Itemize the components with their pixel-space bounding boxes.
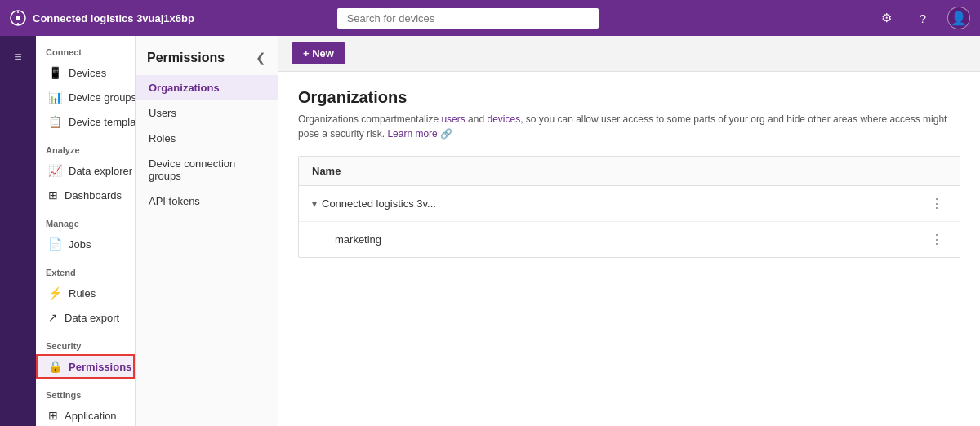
device-groups-icon: 📊 bbox=[48, 91, 62, 104]
table-row: marketing⋮ bbox=[299, 222, 960, 257]
sidebar-item-label-dashboards: Dashboards bbox=[65, 189, 122, 202]
org-name-text-marketing: marketing bbox=[335, 233, 381, 246]
search-input[interactable] bbox=[337, 8, 599, 29]
sidebar-item-label-device-templates: Device templates bbox=[69, 116, 135, 128]
jobs-icon: 📄 bbox=[48, 237, 62, 251]
application-icon: ⊞ bbox=[48, 409, 58, 422]
sidebar-item-label-rules: Rules bbox=[69, 287, 96, 300]
sidebar-item-label-device-groups: Device groups bbox=[69, 91, 135, 104]
table-header: Name bbox=[299, 157, 960, 186]
topbar-icons: ⚙ ? 👤 bbox=[875, 7, 970, 29]
sidebar-item-device-groups[interactable]: 📊Device groups bbox=[36, 85, 135, 109]
users-link[interactable]: users bbox=[441, 113, 465, 125]
chevron-down-icon[interactable]: ▾ bbox=[312, 198, 317, 210]
content-panel: + New Organizations Organizations compar… bbox=[278, 36, 980, 426]
new-button[interactable]: + New bbox=[292, 42, 345, 64]
devices-icon: 📱 bbox=[48, 66, 62, 79]
sidebar-section-manage: Manage bbox=[36, 207, 135, 232]
data-export-icon: ↗ bbox=[48, 311, 58, 324]
page-description: Organizations compartmentalize users and… bbox=[298, 112, 960, 141]
sidebar-narrow: ≡ bbox=[0, 36, 36, 426]
avatar-icon[interactable]: 👤 bbox=[947, 7, 970, 29]
org-name-cell-marketing: marketing bbox=[312, 233, 922, 246]
sidebar-item-label-permissions: Permissions bbox=[69, 361, 131, 373]
sub-sidebar-item-device-connection-groups[interactable]: Device connection groups bbox=[136, 151, 278, 189]
sidebar-item-data-export[interactable]: ↗Data export bbox=[36, 305, 135, 330]
sidebar-item-label-application: Application bbox=[65, 410, 117, 422]
content-toolbar: + New bbox=[278, 36, 980, 72]
sidebar-item-jobs[interactable]: 📄Jobs bbox=[36, 232, 135, 256]
sidebar-item-application[interactable]: ⊞Application bbox=[36, 403, 135, 426]
org-name-text-root: Connected logistics 3v... bbox=[322, 197, 436, 210]
sidebar-item-device-templates[interactable]: 📋Device templates bbox=[36, 109, 135, 134]
sub-sidebar: Permissions ❮ OrganizationsUsersRolesDev… bbox=[136, 36, 278, 426]
sidebar-item-label-devices: Devices bbox=[69, 67, 106, 79]
dashboards-icon: ⊞ bbox=[48, 189, 58, 202]
org-table-rows: ▾Connected logistics 3v...⋮marketing⋮ bbox=[299, 186, 960, 257]
sidebar-item-label-data-explorer: Data explorer bbox=[69, 165, 132, 177]
page-title: Organizations bbox=[298, 88, 960, 107]
help-icon[interactable]: ? bbox=[911, 7, 934, 29]
sub-sidebar-header: Permissions ❮ bbox=[136, 44, 278, 75]
sub-sidebar-item-api-tokens[interactable]: API tokens bbox=[136, 189, 278, 214]
sidebar-item-label-jobs: Jobs bbox=[69, 238, 91, 251]
name-column-header: Name bbox=[312, 165, 341, 177]
sub-sidebar-title: Permissions bbox=[147, 51, 225, 65]
content-area: Organizations Organizations compartmenta… bbox=[278, 72, 980, 426]
sidebar-section-connect: Connect bbox=[36, 36, 135, 60]
table-row: ▾Connected logistics 3v...⋮ bbox=[299, 186, 960, 222]
sidebar-item-devices[interactable]: 📱Devices bbox=[36, 60, 135, 85]
sub-sidebar-item-organizations[interactable]: Organizations bbox=[136, 75, 278, 100]
sidebar-item-data-explorer[interactable]: 📈Data explorer bbox=[36, 158, 135, 183]
sidebar-item-dashboards[interactable]: ⊞Dashboards bbox=[36, 183, 135, 207]
sub-sidebar-items: OrganizationsUsersRolesDevice connection… bbox=[136, 75, 278, 214]
gear-icon[interactable]: ⚙ bbox=[875, 7, 898, 29]
rules-icon: ⚡ bbox=[48, 286, 62, 300]
learn-more-link[interactable]: Learn more bbox=[387, 128, 437, 140]
row-menu-icon-root[interactable]: ⋮ bbox=[927, 194, 947, 213]
permissions-icon: 🔒 bbox=[48, 360, 62, 373]
org-table: Name ▾Connected logistics 3v...⋮marketin… bbox=[298, 156, 960, 258]
app-logo: Connected logistics 3vuaj1x6bp bbox=[10, 10, 194, 26]
sidebar-section-extend: Extend bbox=[36, 256, 135, 281]
device-templates-icon: 📋 bbox=[48, 115, 62, 128]
menu-icon[interactable]: ≡ bbox=[3, 42, 33, 72]
sidebar-item-rules[interactable]: ⚡Rules bbox=[36, 281, 135, 305]
row-menu-icon-marketing[interactable]: ⋮ bbox=[927, 230, 947, 249]
page-desc-text: Organizations compartmentalize users and… bbox=[298, 113, 947, 140]
topbar: Connected logistics 3vuaj1x6bp ⚙ ? 👤 bbox=[0, 0, 980, 36]
sidebar-section-settings: Settings bbox=[36, 379, 135, 403]
search-container bbox=[337, 8, 599, 29]
right-panel: Permissions ❮ OrganizationsUsersRolesDev… bbox=[136, 36, 980, 426]
org-name-cell-root: ▾Connected logistics 3v... bbox=[312, 197, 922, 210]
main-layout: ≡ Connect📱Devices📊Device groups📋Device t… bbox=[0, 36, 980, 426]
sub-sidebar-item-roles[interactable]: Roles bbox=[136, 126, 278, 151]
app-name: Connected logistics 3vuaj1x6bp bbox=[33, 12, 194, 24]
collapse-icon[interactable]: ❮ bbox=[256, 51, 266, 65]
sidebar-item-label-data-export: Data export bbox=[65, 312, 119, 324]
sub-sidebar-item-users[interactable]: Users bbox=[136, 100, 278, 126]
main-sidebar: Connect📱Devices📊Device groups📋Device tem… bbox=[36, 36, 136, 426]
sidebar-section-analyze: Analyze bbox=[36, 134, 135, 158]
sidebar-section-security: Security bbox=[36, 330, 135, 354]
data-explorer-icon: 📈 bbox=[48, 164, 62, 177]
svg-point-1 bbox=[16, 16, 20, 20]
sidebar-item-permissions[interactable]: 🔒Permissions bbox=[36, 354, 135, 379]
devices-link[interactable]: devices bbox=[487, 113, 520, 125]
